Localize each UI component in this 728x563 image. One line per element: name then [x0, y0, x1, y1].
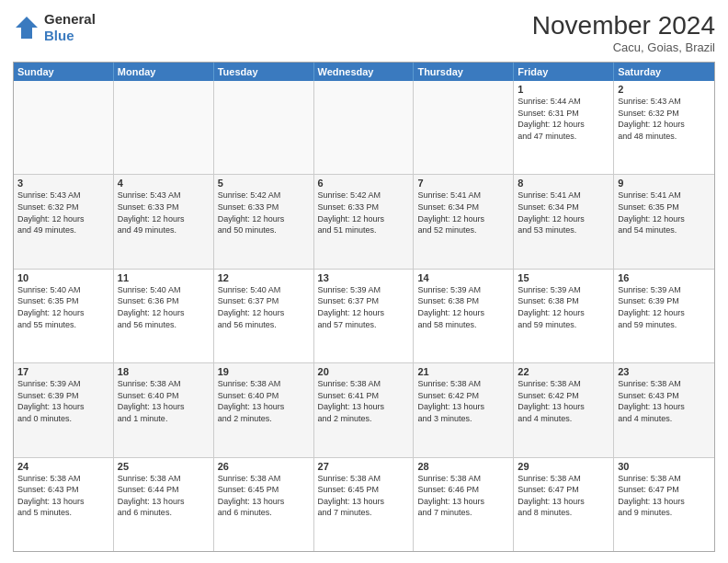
cell-info: Sunrise: 5:43 AM Sunset: 6:33 PM Dayligh… — [118, 190, 210, 236]
cal-cell — [14, 81, 114, 174]
title-block: November 2024 Cacu, Goias, Brazil — [532, 11, 715, 54]
header-day-sunday: Sunday — [14, 63, 114, 81]
cell-info: Sunrise: 5:38 AM Sunset: 6:42 PM Dayligh… — [417, 378, 509, 424]
cell-info: Sunrise: 5:43 AM Sunset: 6:32 PM Dayligh… — [17, 190, 109, 236]
day-number: 6 — [318, 178, 410, 189]
day-number: 15 — [518, 272, 609, 283]
cell-info: Sunrise: 5:44 AM Sunset: 6:31 PM Dayligh… — [518, 96, 609, 142]
cell-info: Sunrise: 5:40 AM Sunset: 6:35 PM Dayligh… — [17, 284, 109, 330]
cal-cell: 21Sunrise: 5:38 AM Sunset: 6:42 PM Dayli… — [414, 363, 514, 456]
logo-line1: General — [44, 11, 96, 28]
cal-cell: 6Sunrise: 5:42 AM Sunset: 6:33 PM Daylig… — [314, 175, 415, 268]
cell-info: Sunrise: 5:41 AM Sunset: 6:34 PM Dayligh… — [417, 190, 509, 236]
cell-info: Sunrise: 5:38 AM Sunset: 6:47 PM Dayligh… — [518, 473, 609, 519]
cell-info: Sunrise: 5:39 AM Sunset: 6:38 PM Dayligh… — [417, 284, 509, 330]
day-number: 10 — [17, 272, 109, 283]
logo-icon — [13, 14, 40, 41]
week-row-2: 3Sunrise: 5:43 AM Sunset: 6:32 PM Daylig… — [14, 175, 714, 269]
cal-cell: 26Sunrise: 5:38 AM Sunset: 6:45 PM Dayli… — [214, 458, 314, 551]
cell-info: Sunrise: 5:40 AM Sunset: 6:36 PM Dayligh… — [118, 284, 210, 330]
day-number: 16 — [618, 272, 711, 283]
cell-info: Sunrise: 5:42 AM Sunset: 6:33 PM Dayligh… — [218, 190, 310, 236]
cell-info: Sunrise: 5:38 AM Sunset: 6:45 PM Dayligh… — [318, 473, 410, 519]
header-day-friday: Friday — [514, 63, 614, 81]
cell-info: Sunrise: 5:39 AM Sunset: 6:38 PM Dayligh… — [518, 284, 609, 330]
day-number: 9 — [618, 178, 711, 189]
cal-cell: 28Sunrise: 5:38 AM Sunset: 6:46 PM Dayli… — [414, 458, 514, 551]
day-number: 22 — [518, 366, 609, 377]
cal-cell: 10Sunrise: 5:40 AM Sunset: 6:35 PM Dayli… — [14, 270, 114, 362]
cal-cell: 18Sunrise: 5:38 AM Sunset: 6:40 PM Dayli… — [114, 363, 214, 456]
cell-info: Sunrise: 5:38 AM Sunset: 6:46 PM Dayligh… — [417, 473, 509, 519]
day-number: 21 — [417, 366, 509, 377]
month-title: November 2024 — [532, 11, 715, 40]
week-row-4: 17Sunrise: 5:39 AM Sunset: 6:39 PM Dayli… — [14, 363, 714, 457]
day-number: 18 — [118, 366, 210, 377]
cell-info: Sunrise: 5:38 AM Sunset: 6:40 PM Dayligh… — [218, 378, 310, 424]
cell-info: Sunrise: 5:42 AM Sunset: 6:33 PM Dayligh… — [318, 190, 410, 236]
week-row-1: 1Sunrise: 5:44 AM Sunset: 6:31 PM Daylig… — [14, 81, 714, 175]
cal-cell: 29Sunrise: 5:38 AM Sunset: 6:47 PM Dayli… — [514, 458, 614, 551]
cal-cell — [314, 81, 415, 174]
cal-cell: 22Sunrise: 5:38 AM Sunset: 6:42 PM Dayli… — [514, 363, 614, 456]
day-number: 19 — [218, 366, 310, 377]
cal-cell: 17Sunrise: 5:39 AM Sunset: 6:39 PM Dayli… — [14, 363, 114, 456]
cal-cell: 14Sunrise: 5:39 AM Sunset: 6:38 PM Dayli… — [414, 270, 514, 362]
header-day-thursday: Thursday — [414, 63, 514, 81]
cal-cell: 30Sunrise: 5:38 AM Sunset: 6:47 PM Dayli… — [614, 458, 714, 551]
day-number: 13 — [318, 272, 410, 283]
header: General Blue November 2024 Cacu, Goias, … — [13, 11, 715, 54]
cal-cell: 11Sunrise: 5:40 AM Sunset: 6:36 PM Dayli… — [114, 270, 214, 362]
header-day-saturday: Saturday — [614, 63, 714, 81]
cell-info: Sunrise: 5:38 AM Sunset: 6:47 PM Dayligh… — [618, 473, 711, 519]
cal-cell: 8Sunrise: 5:41 AM Sunset: 6:34 PM Daylig… — [514, 175, 614, 268]
cal-cell: 4Sunrise: 5:43 AM Sunset: 6:33 PM Daylig… — [114, 175, 214, 268]
cal-cell: 19Sunrise: 5:38 AM Sunset: 6:40 PM Dayli… — [214, 363, 314, 456]
day-number: 25 — [118, 461, 210, 472]
cal-cell: 3Sunrise: 5:43 AM Sunset: 6:32 PM Daylig… — [14, 175, 114, 268]
header-day-monday: Monday — [114, 63, 214, 81]
cell-info: Sunrise: 5:43 AM Sunset: 6:32 PM Dayligh… — [618, 96, 711, 142]
day-number: 17 — [17, 366, 109, 377]
header-day-wednesday: Wednesday — [314, 63, 415, 81]
day-number: 11 — [118, 272, 210, 283]
day-number: 2 — [618, 84, 711, 95]
cell-info: Sunrise: 5:38 AM Sunset: 6:45 PM Dayligh… — [218, 473, 310, 519]
cal-cell: 16Sunrise: 5:39 AM Sunset: 6:39 PM Dayli… — [614, 270, 714, 362]
cal-cell — [414, 81, 514, 174]
week-row-3: 10Sunrise: 5:40 AM Sunset: 6:35 PM Dayli… — [14, 270, 714, 363]
cal-cell: 5Sunrise: 5:42 AM Sunset: 6:33 PM Daylig… — [214, 175, 314, 268]
day-number: 4 — [118, 178, 210, 189]
cal-cell: 2Sunrise: 5:43 AM Sunset: 6:32 PM Daylig… — [614, 81, 714, 174]
calendar-body: 1Sunrise: 5:44 AM Sunset: 6:31 PM Daylig… — [14, 81, 714, 551]
cal-cell: 13Sunrise: 5:39 AM Sunset: 6:37 PM Dayli… — [314, 270, 415, 362]
day-number: 1 — [518, 84, 609, 95]
cal-cell: 7Sunrise: 5:41 AM Sunset: 6:34 PM Daylig… — [414, 175, 514, 268]
cal-cell: 24Sunrise: 5:38 AM Sunset: 6:43 PM Dayli… — [14, 458, 114, 551]
cell-info: Sunrise: 5:38 AM Sunset: 6:43 PM Dayligh… — [17, 473, 109, 519]
day-number: 27 — [318, 461, 410, 472]
day-number: 24 — [17, 461, 109, 472]
day-number: 23 — [618, 366, 711, 377]
day-number: 29 — [518, 461, 609, 472]
day-number: 28 — [417, 461, 509, 472]
day-number: 3 — [17, 178, 109, 189]
logo: General Blue — [13, 11, 96, 44]
calendar-header: SundayMondayTuesdayWednesdayThursdayFrid… — [14, 63, 714, 81]
cell-info: Sunrise: 5:41 AM Sunset: 6:34 PM Dayligh… — [518, 190, 609, 236]
cal-cell: 15Sunrise: 5:39 AM Sunset: 6:38 PM Dayli… — [514, 270, 614, 362]
cal-cell: 27Sunrise: 5:38 AM Sunset: 6:45 PM Dayli… — [314, 458, 415, 551]
day-number: 12 — [218, 272, 310, 283]
day-number: 5 — [218, 178, 310, 189]
day-number: 26 — [218, 461, 310, 472]
cell-info: Sunrise: 5:39 AM Sunset: 6:37 PM Dayligh… — [318, 284, 410, 330]
cal-cell: 12Sunrise: 5:40 AM Sunset: 6:37 PM Dayli… — [214, 270, 314, 362]
cal-cell: 20Sunrise: 5:38 AM Sunset: 6:41 PM Dayli… — [314, 363, 415, 456]
page: General Blue November 2024 Cacu, Goias, … — [0, 0, 728, 563]
cal-cell — [114, 81, 214, 174]
logo-text: General Blue — [44, 11, 96, 44]
day-number: 20 — [318, 366, 410, 377]
svg-marker-0 — [16, 17, 38, 39]
cal-cell: 9Sunrise: 5:41 AM Sunset: 6:35 PM Daylig… — [614, 175, 714, 268]
day-number: 14 — [417, 272, 509, 283]
